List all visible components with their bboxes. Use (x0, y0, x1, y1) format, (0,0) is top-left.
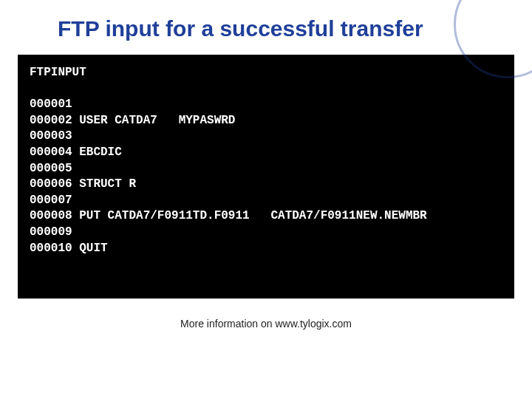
terminal-line: 000008 PUT CATDA7/F0911TD.F0911 CATDA7/F… (30, 209, 427, 222)
page-title: FTP input for a successful transfer (0, 0, 532, 55)
terminal-line: 000005 (30, 162, 72, 175)
terminal-line: 000001 (30, 98, 72, 111)
terminal-line: 000006 STRUCT R (30, 177, 136, 191)
terminal-line: 000003 (30, 129, 72, 143)
terminal-line: 000002 USER CATDA7 MYPASWRD (30, 114, 235, 127)
terminal-header: FTPINPUT (30, 66, 86, 79)
slide: FTP input for a successful transfer FTPI… (0, 0, 532, 399)
terminal-line: 000009 (30, 225, 72, 239)
terminal-line: 000004 EBCDIC (30, 146, 122, 159)
terminal-line: 000010 QUIT (30, 242, 108, 255)
terminal-line: 000007 (30, 194, 72, 207)
footer-text: More information on www.tylogix.com (0, 318, 532, 330)
terminal-panel: FTPINPUT 000001 000002 USER CATDA7 MYPAS… (18, 55, 514, 299)
